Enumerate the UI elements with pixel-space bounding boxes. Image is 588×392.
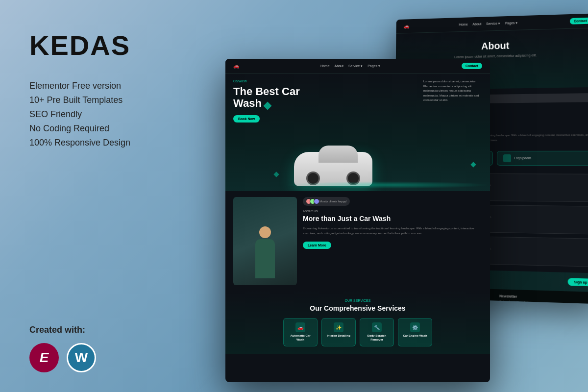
elementor-logo <box>29 343 59 372</box>
back-nav-pages: Pages ▾ <box>505 21 518 25</box>
services-grid: 🚗 Automatic Car Wash ✨ Interior Detailin… <box>233 318 482 346</box>
service-label-4: Car Engine Wash <box>401 334 429 338</box>
rating-avatar-3 <box>314 198 319 204</box>
created-with-label: Created with: <box>29 325 186 335</box>
service-card-1: 🚗 Automatic Car Wash <box>283 318 318 346</box>
about-learn-button[interactable]: Learn More <box>303 242 331 249</box>
service-label-2: Interior Detailing <box>325 334 352 338</box>
about-content: Mostly clients happy! ABOUT US More than… <box>303 197 482 285</box>
footer-newsletter-link[interactable]: Subscribe to Newsletter <box>499 299 588 304</box>
back-nav-service: Service ▾ <box>486 22 500 26</box>
feature-item-5: 100% Responsive Design <box>29 138 186 148</box>
service-icon-4: ⚙️ <box>410 322 420 332</box>
service-label-1: Automatic Car Wash <box>287 334 314 342</box>
newsletter-signup-button[interactable]: Sign up <box>568 278 588 286</box>
front-nav: 🚗 Home About Service ▾ Pages ▾ Contact <box>225 59 490 74</box>
service-icon-2: ✨ <box>334 322 343 332</box>
front-nav-links: Home About Service ▾ Pages ▾ <box>320 64 380 68</box>
front-nav-about: About <box>335 64 343 68</box>
back-nav-links: Home About Service ▾ Pages ▾ <box>459 21 518 26</box>
front-services: OUR SERVICES Our Comprehensive Services … <box>225 291 490 354</box>
hero-book-button[interactable]: Book Now <box>233 115 260 122</box>
back-nav-about: About <box>472 22 481 26</box>
person-body <box>255 239 275 278</box>
services-tag: OUR SERVICES <box>233 299 482 302</box>
feature-item-1: Elementor Free version <box>29 81 186 91</box>
back-nav-logo: 🚗 <box>404 24 409 29</box>
rating-badge: Mostly clients happy! <box>303 197 350 206</box>
feature-item-2: 10+ Pre Built Templates <box>29 95 186 105</box>
brand-title: KEDAS <box>29 29 186 61</box>
hero-description: Lorem ipsum dolor sit amet, consectetur.… <box>423 79 482 103</box>
wordpress-logo <box>67 343 96 372</box>
front-nav-service: Service ▾ <box>348 64 363 68</box>
about-title: More than Just a Car Wash <box>303 215 482 223</box>
service-card-2: ✨ Interior Detailing <box>321 318 356 346</box>
feature-item-4: No Coding Required <box>29 123 186 134</box>
screenshot-front: 🚗 Home About Service ▾ Pages ▾ Contact C… <box>225 59 490 382</box>
rating-text: Mostly clients happy! <box>319 200 347 203</box>
front-nav-home: Home <box>320 64 330 68</box>
features-list: Elementor Free version 10+ Pre Built Tem… <box>29 81 186 152</box>
created-with-section: Created with: <box>29 325 186 372</box>
service-card-4: ⚙️ Car Engine Wash <box>398 318 432 346</box>
back-nav-cta[interactable]: Contact <box>570 18 588 24</box>
services-title: Our Comprehensive Services <box>233 304 482 312</box>
person-silhouette <box>250 226 280 285</box>
front-nav-cta[interactable]: Contact <box>462 63 482 69</box>
about-tag-text: ABOUT US <box>303 210 318 213</box>
front-nav-pages: Pages ▾ <box>368 64 380 68</box>
service-card-3: 🔧 Body Scratch Remover <box>360 318 394 346</box>
car-illustration <box>284 127 490 191</box>
person-head <box>259 226 271 238</box>
back-nav-home: Home <box>459 23 468 26</box>
front-nav-logo: 🚗 <box>233 63 239 69</box>
left-panel: KEDAS Elementor Free version 10+ Pre Bui… <box>0 0 216 392</box>
about-image <box>233 197 297 285</box>
logo-icon-2 <box>503 154 511 162</box>
service-icon-1-symbol: 🚗 <box>297 325 303 330</box>
service-label-3: Body Scratch Remover <box>363 334 391 342</box>
rating-avatars <box>306 198 318 204</box>
deco-diamond-2 <box>273 172 279 177</box>
tools-logos <box>29 343 186 372</box>
service-icon-3: 🔧 <box>372 322 382 332</box>
car-roof <box>318 146 358 163</box>
service-icon-2-symbol: ✨ <box>336 325 342 330</box>
about-text: E-Learning Adventurus is committed to tr… <box>303 226 482 236</box>
front-about: Mostly clients happy! ABOUT US More than… <box>225 191 490 291</box>
about-tag: ABOUT US <box>303 210 482 213</box>
service-icon-1: 🚗 <box>295 322 305 332</box>
front-hero: Carwash The Best Car Wash Book Now Lorem… <box>225 74 490 191</box>
footer-col-2: Newsletter Subscribe to Newsletter <box>499 294 588 304</box>
feature-item-3: SEO Friendly <box>29 109 186 120</box>
back-hero-title: About <box>403 38 588 54</box>
service-icon-3-symbol: 🔧 <box>374 325 380 330</box>
service-icon-4-symbol: ⚙️ <box>412 325 418 330</box>
logo-text-2: Logojpaam <box>514 156 531 160</box>
back-logo-2: Logojpaam <box>497 150 588 166</box>
right-panel: 🚗 Home About Service ▾ Pages ▾ Contact A… <box>216 0 588 392</box>
car-glow <box>284 181 490 189</box>
